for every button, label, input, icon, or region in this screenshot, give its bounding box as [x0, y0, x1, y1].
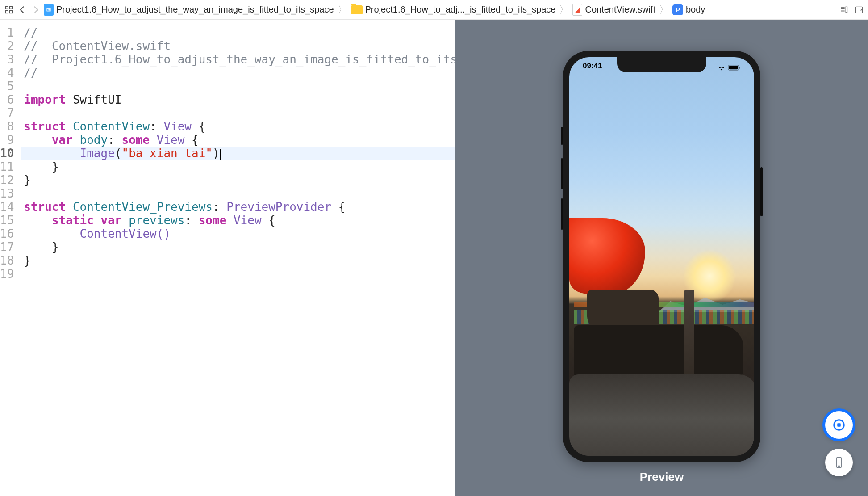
crumb-label: Project1.6_How_to_adj..._is_fitted_to_it… [365, 4, 556, 15]
device-notch [617, 57, 706, 72]
main-split: 12345678910111213141516171819 // // Cont… [0, 20, 868, 496]
current-line: Image("ba_xian_tai") [21, 147, 499, 160]
svg-rect-19 [837, 423, 841, 427]
code-content[interactable]: // // ContentView.swift // Project1.6_Ho… [21, 20, 499, 496]
preview-on-device-button[interactable] [825, 449, 853, 476]
breadcrumb-symbol[interactable]: P body [672, 4, 705, 15]
nav-back-icon[interactable] [17, 4, 28, 15]
svg-rect-1 [10, 6, 13, 9]
live-preview-button[interactable] [825, 411, 853, 439]
breadcrumb-project-root[interactable]: Project1.6_How_to_adjust_the_way_an_imag… [44, 4, 334, 16]
property-badge-icon: P [672, 4, 683, 15]
xcodeproj-icon [44, 4, 54, 16]
device-screen: 09:41 [569, 57, 754, 456]
adjust-editor-icon[interactable] [854, 4, 864, 15]
status-time: 09:41 [583, 62, 602, 73]
svg-rect-3 [10, 10, 13, 13]
breadcrumb-folder[interactable]: Project1.6_How_to_adj..._is_fitted_to_it… [351, 4, 556, 15]
editor-path-bar: Project1.6_How_to_adjust_the_way_an_imag… [0, 0, 868, 20]
svg-rect-2 [6, 10, 8, 13]
preview-canvas[interactable]: 09:41 [455, 20, 868, 496]
crumb-label: ContentView.swift [585, 4, 655, 15]
related-items-icon[interactable] [4, 4, 14, 15]
line-number-gutter: 12345678910111213141516171819 [0, 20, 21, 496]
svg-rect-17 [739, 67, 740, 69]
folder-icon [351, 5, 363, 14]
preview-image [569, 57, 754, 456]
chevron-right-icon: 〉 [558, 3, 570, 17]
svg-rect-10 [846, 7, 847, 12]
crumb-label: Project1.6_How_to_adjust_the_way_an_imag… [56, 4, 334, 15]
battery-icon [728, 65, 741, 71]
svg-rect-0 [6, 6, 8, 9]
nav-forward-icon[interactable] [30, 4, 41, 15]
preview-label: Preview [640, 470, 684, 484]
text-cursor [220, 149, 221, 160]
svg-line-14 [861, 10, 862, 11]
iphone-frame: 09:41 [563, 51, 760, 462]
chevron-right-icon: 〉 [658, 3, 670, 17]
crumb-label: body [686, 4, 705, 15]
minimap-toggle-icon[interactable] [839, 4, 849, 15]
code-editor[interactable]: 12345678910111213141516171819 // // Cont… [0, 20, 455, 496]
wifi-icon [718, 65, 726, 71]
swift-file-icon: ◢ [572, 4, 582, 16]
svg-rect-16 [729, 66, 738, 69]
device-preview: 09:41 [563, 51, 760, 462]
breadcrumb-file[interactable]: ◢ ContentView.swift [572, 4, 655, 16]
chevron-right-icon: 〉 [337, 3, 348, 17]
